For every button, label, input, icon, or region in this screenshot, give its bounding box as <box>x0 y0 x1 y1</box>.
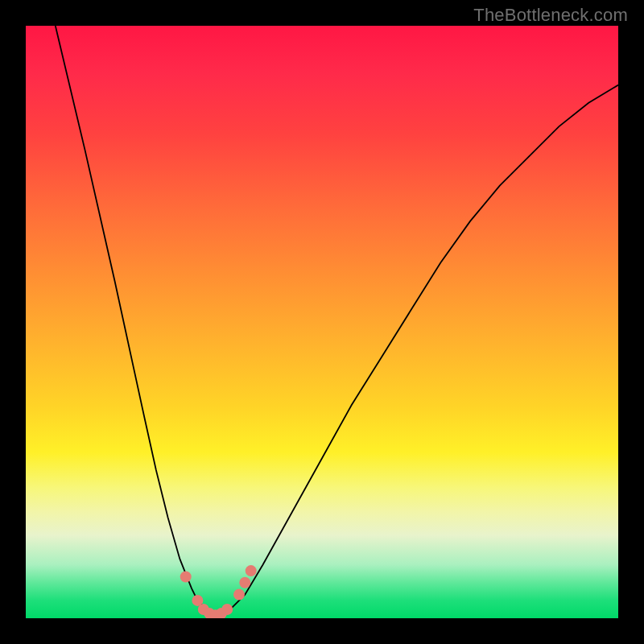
bottleneck-curve <box>26 26 618 618</box>
marker-group <box>180 565 257 618</box>
marker-dot <box>180 572 192 583</box>
marker-dot <box>233 589 245 601</box>
chart-frame: TheBottleneck.com <box>0 0 644 644</box>
marker-dot <box>239 577 250 588</box>
curve-path <box>56 26 618 615</box>
watermark-text: TheBottleneck.com <box>473 5 628 26</box>
marker-dot <box>221 604 233 615</box>
marker-dot <box>246 565 257 576</box>
chart-plot-area <box>26 26 618 618</box>
